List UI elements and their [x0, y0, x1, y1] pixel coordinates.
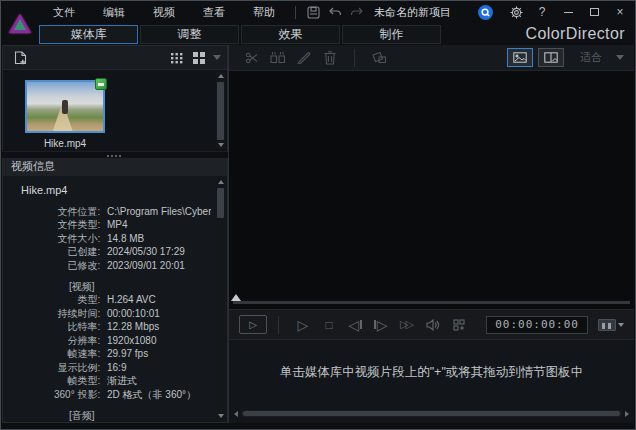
single-view-button[interactable] [507, 48, 533, 67]
scroll-up-icon[interactable] [218, 180, 224, 184]
tab-effects[interactable]: 效果 [241, 25, 340, 44]
library-scrollbar[interactable] [216, 72, 225, 149]
info-value: 29.97 fps [103, 347, 211, 361]
info-label: 显示比例: [11, 361, 103, 375]
tab-media-library[interactable]: 媒体库 [39, 25, 138, 44]
menu-bar: 文件 编辑 视频 查看 帮助 [39, 1, 635, 23]
list-view-icon[interactable] [166, 49, 188, 67]
preview-quality-chevron-icon [618, 323, 624, 327]
fast-forward-button[interactable]: ▷▷ [394, 315, 420, 335]
preview-quality-icon [598, 319, 616, 331]
scroll-down-icon[interactable] [218, 143, 224, 147]
view-options-chevron-icon[interactable] [213, 55, 221, 60]
seek-track[interactable] [233, 301, 630, 304]
controls-separator [278, 316, 279, 334]
info-section-audio: [音频] [11, 409, 211, 422]
scroll-down-icon[interactable] [218, 414, 224, 418]
play-button[interactable]: ▷ [290, 315, 316, 335]
volume-button[interactable] [420, 315, 446, 335]
left-panel: Hike.mp4 视频信息 Hike.mp4 文件位置: C:\Program … [2, 45, 229, 423]
video-info-title: Hike.mp4 [21, 184, 211, 196]
compare-view-button[interactable] [538, 48, 564, 67]
info-label: 帧速率: [11, 347, 103, 361]
app-window: 文件 编辑 视频 查看 帮助 [0, 0, 636, 430]
info-value: 2D 格式（非 360°） [103, 388, 211, 402]
import-media-icon[interactable] [9, 49, 31, 67]
close-button[interactable]: × [609, 3, 631, 21]
clip-thumbnail[interactable] [25, 80, 105, 133]
zoom-fit-chevron-icon[interactable] [616, 55, 624, 60]
scroll-left-icon[interactable] [234, 411, 238, 417]
info-label: 持续时间: [11, 307, 103, 321]
info-value: 16:9 [103, 361, 211, 375]
scroll-up-icon[interactable] [218, 74, 224, 78]
menu-file[interactable]: 文件 [39, 1, 89, 23]
save-project-icon[interactable] [302, 3, 324, 21]
clip-thumbnail-image [27, 82, 103, 131]
zoom-fit-select[interactable]: 适合 [580, 50, 602, 65]
stop-button[interactable]: □ [316, 315, 342, 335]
panel-splitter[interactable] [2, 151, 228, 157]
menu-edit[interactable]: 编辑 [89, 1, 139, 23]
help-button[interactable]: ? [531, 3, 553, 21]
info-label: 文件位置: [11, 205, 103, 219]
play-in-window-button[interactable]: ▷ [239, 315, 267, 334]
video-info-body: Hike.mp4 文件位置: C:\Program Files\CyberLin… [3, 176, 227, 423]
minimize-button[interactable] [557, 3, 579, 21]
scroll-right-icon[interactable] [625, 411, 629, 417]
info-value: 12.28 Mbps [103, 320, 211, 334]
info-label: 文件大小: [11, 232, 103, 246]
storyboard-scrollbar[interactable] [234, 409, 629, 418]
module-tabs: 媒体库 调整 效果 制作 ColorDirector [39, 23, 635, 45]
info-value: 2024/05/30 17:29 [103, 245, 211, 259]
brand-name: ColorDirector [526, 25, 625, 43]
info-label: 已创建: [11, 245, 103, 259]
app-logo [1, 1, 39, 45]
storyboard-scroll-thumb[interactable] [243, 411, 620, 416]
thumbnail-view-icon[interactable] [188, 49, 210, 67]
menu-view[interactable]: 查看 [189, 1, 239, 23]
split-clip-scissors-icon[interactable] [239, 48, 265, 68]
info-value: 14.8 MB [103, 232, 211, 246]
info-label: 比特率: [11, 320, 103, 334]
menu-video[interactable]: 视频 [139, 1, 189, 23]
undo-icon[interactable] [324, 3, 346, 21]
tab-produce[interactable]: 制作 [342, 25, 441, 44]
seek-playhead[interactable] [231, 294, 241, 301]
media-library-panel: Hike.mp4 [2, 45, 228, 151]
info-value: H.264 AVC [103, 293, 211, 307]
clip-3d-badge-icon [95, 78, 107, 90]
preview-area: 适合 ▷ ▷ □ ◁ ▷ ▷▷ [229, 45, 634, 423]
edit-pen-icon[interactable] [291, 48, 317, 68]
info-section-video: [视频] [11, 280, 211, 293]
member-zone-icon[interactable] [478, 5, 493, 20]
next-frame-button[interactable]: ▷ [368, 315, 394, 335]
maximize-button[interactable] [583, 3, 605, 21]
menu-help[interactable]: 帮助 [239, 1, 289, 23]
preview-quality-button[interactable] [598, 319, 624, 331]
info-label: 帧类型: [11, 374, 103, 388]
tab-adjust[interactable]: 调整 [140, 25, 239, 44]
crop-rotate-icon[interactable] [366, 48, 392, 68]
colordirector-logo-icon [9, 14, 31, 33]
info-value: MP4 [103, 218, 211, 232]
delete-trash-icon[interactable] [317, 48, 343, 68]
info-label: 360° 投影: [11, 388, 103, 402]
timecode-display: 00:00:00:00 [486, 316, 588, 334]
info-value: C:\Program Files\CyberLink\Color... [103, 205, 211, 219]
detect-scenes-icon[interactable] [265, 48, 291, 68]
info-scrollbar[interactable] [216, 178, 225, 421]
playback-controls: ▷ ▷ □ ◁ ▷ ▷▷ 00:00:00:00 [229, 309, 634, 339]
menu-separator [295, 6, 296, 19]
toolbar-separator [354, 49, 355, 67]
project-title: 未命名的新项目 [374, 5, 451, 20]
video-info-header: 视频信息 [3, 158, 227, 176]
snapshot-grid-icon[interactable] [446, 315, 472, 335]
redo-icon[interactable] [346, 3, 368, 21]
info-value: 1920x1080 [103, 334, 211, 348]
info-label: 类型: [11, 293, 103, 307]
clip-name-label: Hike.mp4 [3, 138, 127, 149]
header: 文件 编辑 视频 查看 帮助 [1, 1, 635, 45]
previous-frame-button[interactable]: ◁ [342, 315, 368, 335]
settings-gear-icon[interactable] [505, 3, 527, 21]
